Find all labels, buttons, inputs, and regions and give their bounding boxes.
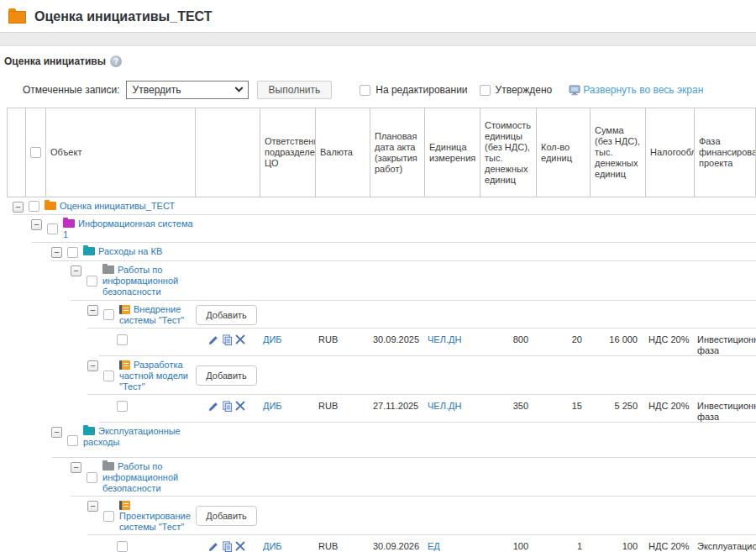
- row-checkbox[interactable]: [29, 201, 39, 212]
- row-checkbox[interactable]: [103, 309, 114, 320]
- copy-icon[interactable]: [222, 334, 233, 345]
- editing-checkbox[interactable]: [360, 85, 370, 96]
- delete-icon[interactable]: [235, 401, 245, 411]
- filter-approved[interactable]: Утверждено: [480, 84, 553, 96]
- collapse-toggle-icon[interactable]: −: [87, 305, 98, 316]
- header-object: Объект: [45, 108, 195, 197]
- folder-icon: [83, 247, 95, 255]
- row-checkbox[interactable]: [117, 541, 128, 552]
- header-unit: Единица измерения: [424, 108, 480, 197]
- edit-icon[interactable]: [208, 334, 219, 345]
- folder-icon: [8, 11, 26, 24]
- tree-node-label[interactable]: Оценка инициативы_ТЕСТ: [60, 201, 175, 211]
- dept-link[interactable]: ДИБ: [263, 401, 282, 411]
- collapse-toggle-icon[interactable]: −: [51, 247, 62, 258]
- qty-cell: 15: [535, 395, 589, 423]
- sum-cell: 5 250: [589, 395, 644, 423]
- approved-checkbox[interactable]: [480, 85, 491, 96]
- add-button[interactable]: Добавить: [196, 305, 257, 325]
- tree-node-label[interactable]: Эксплуатационные расходы: [83, 426, 181, 447]
- collapse-toggle-icon[interactable]: −: [31, 219, 42, 230]
- fullscreen-link[interactable]: Развернуть во весь экран: [569, 84, 703, 96]
- action-select-value: Утвердить: [133, 84, 181, 96]
- collapse-toggle-icon[interactable]: −: [87, 360, 98, 371]
- tree-row-item: − Разработка частной модели "Тест" Добав…: [7, 356, 756, 395]
- tree-row-item: − Проектирование системы "Тест" Добавить: [7, 497, 756, 535]
- delete-icon[interactable]: [235, 334, 245, 344]
- tree-node-label[interactable]: Информационная система 1: [63, 218, 193, 239]
- dept-link[interactable]: ДИБ: [263, 541, 282, 551]
- collapse-toggle-icon[interactable]: −: [51, 427, 62, 438]
- tree-node-label[interactable]: Проектирование системы "Тест": [119, 511, 191, 532]
- phase-cell: Эксплуатационная фаза (без амортизации): [693, 535, 756, 552]
- row-checkbox[interactable]: [117, 401, 128, 412]
- tree-cell: − Расходы на КВ: [7, 243, 194, 261]
- tree-cell: [7, 329, 194, 356]
- dept-cell: ДИБ: [259, 535, 314, 552]
- row-checkbox[interactable]: [103, 371, 114, 381]
- tree-row-item: − Внедрение системы "Тест" Добавить: [7, 301, 756, 329]
- tree-cell: − Оценка инициативы_ТЕСТ: [7, 197, 194, 215]
- actions-cell: Добавить: [194, 497, 259, 535]
- toolbar: Отмеченные записи: Утвердить Выполнить Н…: [23, 81, 756, 99]
- edit-icon[interactable]: [208, 401, 219, 412]
- header-expand-column: [8, 108, 25, 197]
- tax-cell: НДС 20%: [644, 395, 693, 423]
- unit-cell: ЕД: [423, 535, 479, 552]
- row-checkbox[interactable]: [117, 334, 128, 345]
- header-dept: Ответственное подразделение ЦО: [260, 108, 315, 197]
- tax-cell: НДС 20%: [644, 535, 693, 552]
- header-sum: Сумма (без НДС), тыс. денежных единиц: [590, 108, 645, 197]
- tree-cell: [7, 535, 194, 552]
- action-select[interactable]: Утвердить: [126, 81, 249, 99]
- actions-cell: Добавить: [194, 301, 259, 329]
- phase-cell: Инвестиционная фаза: [693, 395, 756, 423]
- header-tax: Налогообложение: [645, 108, 694, 197]
- copy-icon[interactable]: [222, 401, 233, 412]
- help-icon[interactable]: ?: [110, 55, 122, 67]
- filter-editing[interactable]: На редактировании: [360, 84, 467, 96]
- currency-cell: RUB: [314, 395, 369, 423]
- edit-icon[interactable]: [208, 541, 219, 552]
- unit-link[interactable]: ЧЕЛ.ДН: [428, 334, 461, 344]
- tree-node-label[interactable]: Расходы на КВ: [98, 246, 162, 256]
- execute-button[interactable]: Выполнить: [257, 81, 333, 99]
- table-header: Объект Ответственное подразделение ЦО Ва…: [7, 108, 756, 197]
- unit-link[interactable]: ЕД: [428, 541, 440, 551]
- monitor-icon: [569, 85, 581, 96]
- initiative-tree-table: Объект Ответственное подразделение ЦО Ва…: [7, 108, 756, 552]
- currency-cell: RUB: [314, 535, 369, 552]
- unit-cell: ЧЕЛ.ДН: [423, 395, 479, 423]
- dept-link[interactable]: ДИБ: [263, 334, 282, 344]
- collapse-toggle-icon[interactable]: −: [13, 202, 24, 213]
- currency-cell: RUB: [314, 329, 369, 356]
- add-button[interactable]: Добавить: [196, 506, 257, 526]
- actions-cell: [194, 395, 259, 423]
- toolbar-band: [0, 32, 756, 46]
- cost-cell: 800: [479, 329, 535, 356]
- marked-records-label: Отмеченные записи:: [23, 84, 120, 96]
- editing-checkbox-label: На редактировании: [375, 84, 467, 96]
- row-checkbox[interactable]: [103, 511, 114, 522]
- row-checkbox[interactable]: [87, 276, 97, 287]
- actions-cell: [194, 535, 259, 552]
- copy-icon[interactable]: [222, 541, 233, 552]
- actions-cell: Добавить: [194, 356, 259, 395]
- collapse-toggle-icon[interactable]: −: [71, 462, 81, 473]
- row-checkbox[interactable]: [67, 247, 78, 258]
- add-button[interactable]: Добавить: [196, 365, 257, 386]
- collapse-toggle-icon[interactable]: −: [87, 501, 98, 512]
- delete-icon[interactable]: [235, 541, 245, 551]
- row-checkbox[interactable]: [47, 223, 58, 234]
- row-checkbox[interactable]: [67, 435, 78, 446]
- collapse-toggle-icon[interactable]: −: [71, 265, 81, 276]
- row-checkbox[interactable]: [87, 472, 97, 483]
- dept-cell: ДИБ: [259, 395, 314, 423]
- data-row: ДИБ RUB 30.09.2026 ЕД 100 1 100 НДС 20% …: [7, 535, 756, 552]
- unit-link[interactable]: ЧЕЛ.ДН: [428, 401, 461, 411]
- tree-row-opex: − Эксплуатационные расходы: [7, 423, 756, 458]
- tree-cell: − Работы по информационной безопасности: [7, 261, 194, 301]
- page-header: Оценка инициативы_ТЕСТ: [0, 0, 756, 32]
- section-title: Оценка инициативы: [4, 55, 106, 67]
- select-all-checkbox[interactable]: [30, 147, 41, 158]
